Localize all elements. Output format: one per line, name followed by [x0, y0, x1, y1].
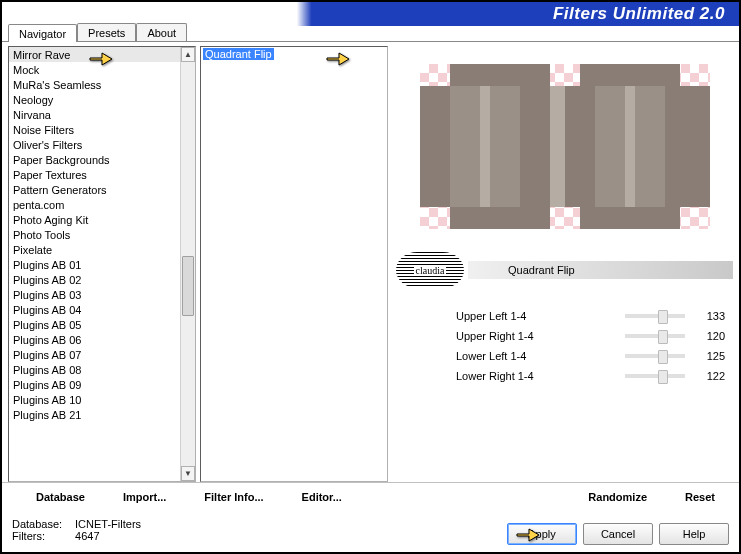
- list-item[interactable]: MuRa's Seamless: [9, 77, 180, 92]
- param-slider[interactable]: [625, 334, 685, 338]
- list-item[interactable]: Plugins AB 08: [9, 362, 180, 377]
- list-item[interactable]: Plugins AB 21: [9, 407, 180, 422]
- param-label: Upper Left 1-4: [456, 310, 625, 322]
- filter-name-label: Quadrant Flip: [468, 261, 733, 279]
- list-item[interactable]: Oliver's Filters: [9, 137, 180, 152]
- param-slider[interactable]: [625, 374, 685, 378]
- logo-icon: claudia: [396, 252, 464, 288]
- import-button[interactable]: Import...: [115, 489, 174, 505]
- tab-navigator[interactable]: Navigator: [8, 24, 77, 42]
- param-value: 122: [693, 370, 725, 382]
- filter-list[interactable]: Quadrant Flip: [200, 46, 388, 482]
- param-row: Upper Left 1-4 133: [456, 306, 725, 326]
- app-title: Filters Unlimited 2.0: [553, 4, 725, 24]
- param-row: Lower Right 1-4 122: [456, 366, 725, 386]
- param-label: Upper Right 1-4: [456, 330, 625, 342]
- list-item[interactable]: Mirror Rave: [9, 47, 180, 62]
- list-item[interactable]: Plugins AB 01: [9, 257, 180, 272]
- filters-count-value: 4647: [75, 530, 99, 542]
- database-label: Database:: [12, 518, 72, 530]
- list-item[interactable]: penta.com: [9, 197, 180, 212]
- database-button[interactable]: Database: [28, 489, 93, 505]
- list-item[interactable]: Paper Textures: [9, 167, 180, 182]
- param-label: Lower Right 1-4: [456, 370, 625, 382]
- help-button[interactable]: Help: [659, 523, 729, 545]
- status-bar: Database: ICNET-Filters Filters: 4647 Ap…: [2, 511, 739, 549]
- list-item[interactable]: Quadrant Flip: [203, 48, 274, 60]
- tab-about[interactable]: About: [136, 23, 187, 41]
- list-item[interactable]: Plugins AB 10: [9, 392, 180, 407]
- param-label: Lower Left 1-4: [456, 350, 625, 362]
- filter-info-button[interactable]: Filter Info...: [196, 489, 271, 505]
- param-row: Upper Right 1-4 120: [456, 326, 725, 346]
- apply-button[interactable]: Apply: [507, 523, 577, 545]
- scroll-thumb[interactable]: [182, 256, 194, 316]
- list-item[interactable]: Paper Backgrounds: [9, 152, 180, 167]
- scroll-down-icon[interactable]: ▼: [181, 466, 195, 481]
- param-value: 125: [693, 350, 725, 362]
- category-list[interactable]: Mirror Rave Mock MuRa's Seamless Neology…: [8, 46, 196, 482]
- list-item[interactable]: Plugins AB 05: [9, 317, 180, 332]
- right-pane: claudia Quadrant Flip Upper Left 1-4 133…: [392, 46, 733, 482]
- list-item[interactable]: Neology: [9, 92, 180, 107]
- editor-button[interactable]: Editor...: [294, 489, 350, 505]
- cancel-button[interactable]: Cancel: [583, 523, 653, 545]
- list-item[interactable]: Pixelate: [9, 242, 180, 257]
- randomize-button[interactable]: Randomize: [580, 489, 655, 505]
- param-value: 120: [693, 330, 725, 342]
- tab-presets[interactable]: Presets: [77, 23, 136, 41]
- scrollbar[interactable]: ▲ ▼: [180, 47, 195, 481]
- param-row: Lower Left 1-4 125: [456, 346, 725, 366]
- list-item[interactable]: Plugins AB 07: [9, 347, 180, 362]
- command-row: Database Import... Filter Info... Editor…: [2, 482, 739, 511]
- list-item[interactable]: Plugins AB 03: [9, 287, 180, 302]
- scroll-up-icon[interactable]: ▲: [181, 47, 195, 62]
- database-value: ICNET-Filters: [75, 518, 141, 530]
- list-item[interactable]: Nirvana: [9, 107, 180, 122]
- preview-image: [420, 64, 710, 229]
- filters-count-label: Filters:: [12, 530, 72, 542]
- reset-button[interactable]: Reset: [677, 489, 723, 505]
- list-item[interactable]: Photo Tools: [9, 227, 180, 242]
- list-item[interactable]: Plugins AB 02: [9, 272, 180, 287]
- main-content: Mirror Rave Mock MuRa's Seamless Neology…: [2, 42, 739, 482]
- params-panel: Upper Left 1-4 133 Upper Right 1-4 120 L…: [396, 306, 733, 386]
- list-item[interactable]: Photo Aging Kit: [9, 212, 180, 227]
- list-item[interactable]: Plugins AB 06: [9, 332, 180, 347]
- param-slider[interactable]: [625, 314, 685, 318]
- list-item[interactable]: Plugins AB 04: [9, 302, 180, 317]
- list-item[interactable]: Plugins AB 09: [9, 377, 180, 392]
- list-item[interactable]: Noise Filters: [9, 122, 180, 137]
- param-value: 133: [693, 310, 725, 322]
- list-item[interactable]: Mock: [9, 62, 180, 77]
- list-item[interactable]: Pattern Generators: [9, 182, 180, 197]
- param-slider[interactable]: [625, 354, 685, 358]
